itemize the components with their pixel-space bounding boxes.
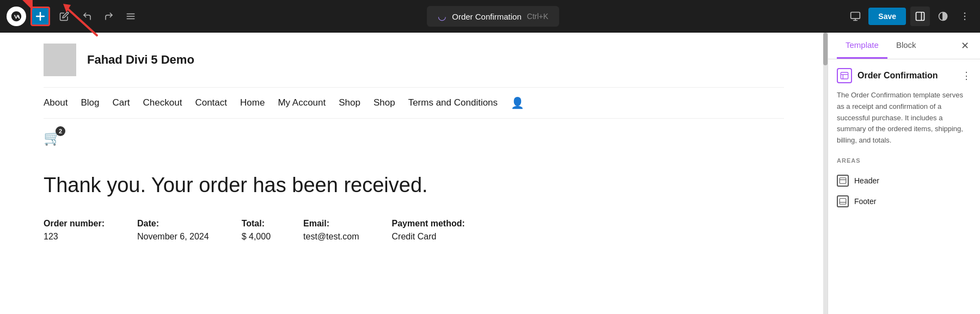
cart-icon[interactable]: 🛒 2: [44, 130, 61, 146]
site-header: Fahad Divi 5 Demo: [44, 33, 784, 88]
order-payment-value: Credit Card: [392, 232, 465, 242]
undo-button[interactable]: [78, 8, 96, 25]
panel-template-name: Order Confirmation: [857, 71, 956, 81]
nav-item-about[interactable]: About: [44, 97, 68, 108]
svg-rect-19: [840, 199, 846, 205]
panel-close-button[interactable]: ✕: [959, 38, 971, 54]
page-name-label: Order Confirmation: [452, 12, 522, 21]
panel-areas-label: AREAS: [837, 157, 971, 164]
nav-item-cart[interactable]: Cart: [112, 97, 130, 108]
site-logo: [44, 44, 76, 76]
panel-area-header[interactable]: Header: [837, 170, 971, 191]
nav-item-shop-2[interactable]: Shop: [373, 97, 395, 108]
order-date-item: Date: November 6, 2024: [137, 219, 209, 242]
template-more-button[interactable]: ⋮: [961, 70, 971, 82]
account-icon[interactable]: 👤: [511, 96, 524, 109]
order-email-item: Email: test@test.com: [303, 219, 359, 242]
canvas-inner: Fahad Divi 5 Demo About Blog Cart Checko…: [0, 33, 828, 258]
nav-item-my-account[interactable]: My Account: [278, 97, 326, 108]
page-icon: ◡: [438, 10, 446, 22]
nav-item-checkout[interactable]: Checkout: [143, 97, 182, 108]
svg-point-9: [964, 13, 966, 14]
order-date-value: November 6, 2024: [137, 232, 209, 242]
header-area-icon: [837, 175, 849, 187]
site-nav: About Blog Cart Checkout Contact Home My…: [44, 88, 784, 119]
order-email-value: test@test.com: [303, 232, 359, 242]
svg-rect-6: [916, 13, 924, 21]
svg-point-10: [964, 16, 966, 17]
page-title-pill[interactable]: ◡ Order Confirmation Ctrl+K: [427, 6, 559, 27]
contrast-button[interactable]: [934, 8, 952, 25]
order-number-value: 123: [44, 232, 105, 242]
panel-content: Order Confirmation ⋮ The Order Confirmat…: [828, 59, 980, 314]
panel-template-header: Order Confirmation ⋮: [837, 68, 971, 83]
order-confirmation: Thank you. Your order has been received.…: [44, 157, 784, 258]
keyboard-shortcut: Ctrl+K: [527, 12, 548, 21]
order-number-label: Order number:: [44, 219, 105, 229]
svg-rect-17: [840, 178, 846, 184]
site-title: Fahad Divi 5 Demo: [87, 53, 194, 67]
nav-item-terms[interactable]: Terms and Conditions: [408, 97, 498, 108]
right-panel: Template Block ✕ Order Confirmation ⋮ Th…: [828, 33, 980, 314]
panel-toggle-button[interactable]: [910, 7, 930, 26]
order-payment-label: Payment method:: [392, 219, 465, 229]
order-details-row: Order number: 123 Date: November 6, 2024…: [44, 219, 784, 242]
nav-item-blog[interactable]: Blog: [81, 97, 99, 108]
edit-button[interactable]: [54, 7, 74, 26]
main-area: Fahad Divi 5 Demo About Blog Cart Checko…: [0, 33, 980, 314]
order-date-label: Date:: [137, 219, 209, 229]
order-total-item: Total: $ 4,000: [242, 219, 271, 242]
canvas: Fahad Divi 5 Demo About Blog Cart Checko…: [0, 33, 828, 314]
order-total-value: $ 4,000: [242, 232, 271, 242]
order-payment-item: Payment method: Credit Card: [392, 219, 465, 242]
save-button[interactable]: Save: [868, 8, 906, 25]
order-total-label: Total:: [242, 219, 271, 229]
panel-area-header-label: Header: [854, 176, 879, 185]
panel-area-footer[interactable]: Footer: [837, 191, 971, 212]
svg-point-11: [964, 19, 966, 21]
cart-area: 🛒 2: [44, 119, 784, 157]
desktop-view-button[interactable]: [847, 8, 864, 25]
list-view-button[interactable]: [122, 8, 139, 25]
svg-rect-14: [841, 72, 848, 79]
scroll-track[interactable]: [823, 33, 828, 314]
tab-block[interactable]: Block: [887, 33, 925, 59]
svg-rect-3: [851, 13, 860, 19]
nav-item-shop-1[interactable]: Shop: [339, 97, 360, 108]
order-thank-you-message: Thank you. Your order has been received.: [44, 174, 784, 197]
scroll-thumb[interactable]: [823, 33, 828, 65]
panel-tabs: Template Block ✕: [828, 33, 980, 59]
add-block-button[interactable]: [30, 7, 50, 26]
tab-template[interactable]: Template: [837, 33, 887, 59]
toolbar-center: ◡ Order Confirmation Ctrl+K: [144, 6, 842, 27]
redo-button[interactable]: [100, 8, 118, 25]
toolbar-right: Save: [847, 7, 973, 26]
order-number-item: Order number: 123: [44, 219, 105, 242]
toolbar: ◡ Order Confirmation Ctrl+K Save: [0, 0, 980, 33]
panel-description: The Order Confirmation template serves a…: [837, 90, 971, 146]
wp-logo[interactable]: [7, 7, 26, 26]
template-icon: [837, 68, 852, 83]
panel-area-footer-label: Footer: [854, 197, 876, 206]
more-options-button[interactable]: [956, 8, 973, 25]
nav-item-contact[interactable]: Contact: [195, 97, 227, 108]
cart-badge: 2: [56, 126, 65, 136]
footer-area-icon: [837, 195, 849, 207]
order-email-label: Email:: [303, 219, 359, 229]
nav-item-home[interactable]: Home: [240, 97, 265, 108]
